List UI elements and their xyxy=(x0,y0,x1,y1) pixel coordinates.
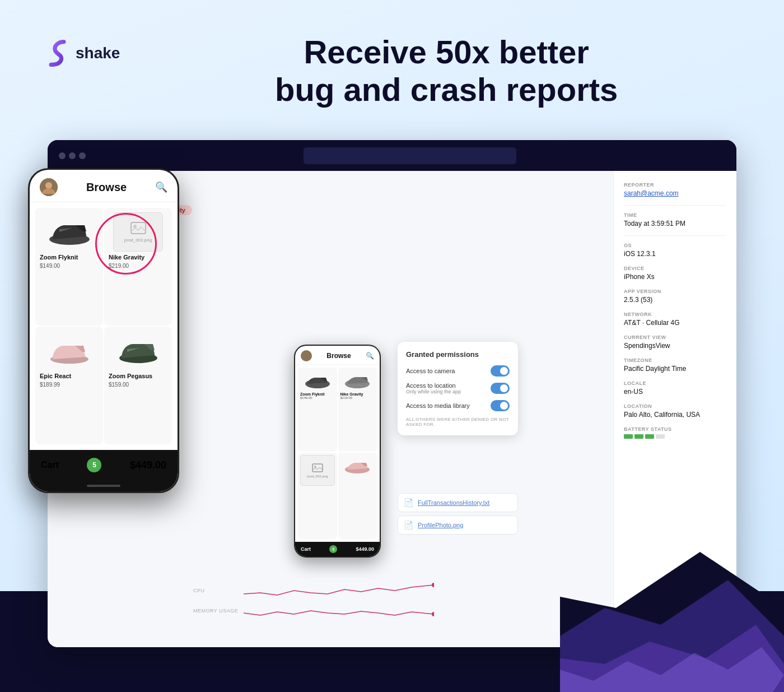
large-phone-cart-bar: Cart 5 $449.00 xyxy=(30,450,178,480)
permission-camera: Access to camera xyxy=(406,365,510,377)
device-value: iPhone Xs xyxy=(624,273,726,281)
inner-cart-bar: Cart 5 $449.00 xyxy=(295,542,380,556)
product-img-2: prod_002.png xyxy=(109,212,167,252)
shoe-react-svg xyxy=(47,337,92,365)
performance-charts: CPU MEMORY USAGE xyxy=(176,577,610,644)
battery-seg-2 xyxy=(634,434,643,439)
cpu-chart: CPU xyxy=(193,583,594,598)
svg-rect-10 xyxy=(131,222,146,234)
current-view-label: CURRENT VIEW xyxy=(624,335,726,340)
shoe-svg-1 xyxy=(304,373,332,389)
logo-text: shake xyxy=(76,44,120,62)
shoe-svg-2 xyxy=(343,373,371,389)
dashboard-topbar xyxy=(48,140,736,171)
divider-1 xyxy=(624,205,726,206)
app-version-section: APP VERSION 2.5.3 (53) xyxy=(624,289,726,304)
time-label: TIME xyxy=(624,212,726,218)
product-name-4: Zoom Pegasus xyxy=(109,373,167,379)
product-img-3 xyxy=(40,331,99,370)
header: shake Receive 50x better bug and crash r… xyxy=(45,34,739,108)
memory-chart: MEMORY USAGE xyxy=(193,603,594,619)
product-name-1: Zoom Flyknit xyxy=(40,254,99,261)
product-name-3: Epic React xyxy=(40,373,99,379)
timezone-value: Pacific Daylight Time xyxy=(624,365,726,373)
toggle-location[interactable] xyxy=(491,383,510,394)
shoe-pegasus-svg xyxy=(116,337,161,365)
network-section: NETWORK AT&T · Cellular 4G xyxy=(624,312,726,327)
headline-line2: bug and crash reports xyxy=(275,71,618,108)
avatar-svg xyxy=(40,178,58,196)
inner-product-name-1: Zoom Flyknit xyxy=(300,392,335,396)
device-section: DEVICE iPhone Xs xyxy=(624,266,726,281)
permission-media-text: Access to media library xyxy=(406,402,470,409)
phone-product-1[interactable]: Zoom Flyknit $149.00 xyxy=(35,208,103,326)
battery-section: BATTERY STATUS xyxy=(624,426,726,439)
shoe-svg-4 xyxy=(343,458,371,475)
permissions-note: ALL OTHERS WERE EITHER DENIED OR NOT ASK… xyxy=(406,417,510,427)
inner-phone-avatar xyxy=(301,350,312,361)
large-phone-title: Browse xyxy=(86,181,127,194)
missing-image-large: prod_002.png xyxy=(113,212,163,252)
product-name-2: Nike Gravity xyxy=(109,254,167,261)
inner-product-img-2 xyxy=(340,370,375,392)
timezone-label: TIMEZONE xyxy=(624,357,726,363)
svg-point-5 xyxy=(432,583,434,587)
image-missing-icon xyxy=(130,222,146,235)
decorative-waves xyxy=(560,496,784,692)
cpu-chart-svg xyxy=(244,583,434,598)
inner-product-3: prod_002.png xyxy=(298,453,337,539)
cart-total: $449.00 xyxy=(130,459,166,471)
reporter-section: REPORTER sarah@acme.com xyxy=(624,182,726,197)
device-label: DEVICE xyxy=(624,266,726,271)
prod-filename: prod_002.png xyxy=(124,238,152,243)
battery-seg-1 xyxy=(624,434,633,439)
reporter-value[interactable]: sarah@acme.com xyxy=(624,189,726,197)
large-phone-header: Browse 🔍 xyxy=(30,170,178,202)
locale-section: LOCALE en-US xyxy=(624,380,726,396)
permission-location-label: Access to location Only while using the … xyxy=(406,382,461,394)
locale-value: en-US xyxy=(624,388,726,396)
large-phone-screen: Browse 🔍 Zoom Flyknit $149.00 xyxy=(30,170,178,491)
permission-location-sublabel: Only while using the app xyxy=(406,389,461,394)
os-value: iOS 12.3.1 xyxy=(624,250,726,258)
attachment-name-1[interactable]: FullTransactionsHistory.txt xyxy=(418,499,489,506)
home-indicator xyxy=(87,485,120,487)
inner-product-name-2: Nike Gravity xyxy=(340,392,375,396)
phone-product-3[interactable]: Epic React $189.99 xyxy=(35,327,103,444)
inner-phone-title: Browse xyxy=(326,352,351,360)
product-price-2: $219.00 xyxy=(109,263,167,269)
large-phone-grid: Zoom Flyknit $149.00 prod_002.png Nike xyxy=(30,202,178,450)
inner-product-price-1: $149.00 xyxy=(300,396,335,400)
app-version-label: APP VERSION xyxy=(624,289,726,294)
os-section: OS iOS 12.3.1 xyxy=(624,243,726,258)
attachment-name-2[interactable]: ProfilePhoto.png xyxy=(418,522,463,528)
large-phone-search-icon[interactable]: 🔍 xyxy=(155,181,167,193)
inner-product-price-2: $219.00 xyxy=(340,396,375,400)
permission-camera-text: Access to camera xyxy=(406,368,455,374)
inner-phone-header: Browse 🔍 xyxy=(295,346,380,365)
permission-camera-label: Access to camera xyxy=(406,368,455,374)
network-value: AT&T · Cellular 4G xyxy=(624,319,726,327)
time-section: TIME Today at 3:59:51 PM xyxy=(624,212,726,227)
product-img-1 xyxy=(40,212,99,252)
permission-media-label: Access to media library xyxy=(406,402,470,409)
attachment-2[interactable]: 📄 ProfilePhoto.png xyxy=(398,515,518,535)
inner-product-4 xyxy=(338,453,377,539)
cart-label: Cart xyxy=(41,460,59,470)
toggle-media[interactable] xyxy=(491,400,510,411)
inner-product-2: Nike Gravity $219.00 xyxy=(338,368,377,452)
toggle-camera[interactable] xyxy=(491,365,510,377)
inner-cart-total: $449.00 xyxy=(356,546,374,552)
large-phone-avatar xyxy=(40,178,58,196)
battery-bar xyxy=(624,434,726,439)
svg-point-8 xyxy=(45,182,52,189)
inner-cart-label: Cart xyxy=(301,546,311,552)
permissions-panel: Granted permissions Access to camera Acc… xyxy=(398,342,518,435)
search-bar[interactable] xyxy=(304,147,516,164)
memory-label: MEMORY USAGE xyxy=(193,608,244,614)
svg-point-6 xyxy=(432,612,434,616)
attachment-1[interactable]: 📄 FullTransactionsHistory.txt xyxy=(398,493,518,512)
battery-seg-4 xyxy=(656,434,665,439)
phone-product-2[interactable]: prod_002.png Nike Gravity $219.00 xyxy=(104,208,172,326)
phone-product-4[interactable]: Zoom Pegasus $159.00 xyxy=(104,327,172,444)
